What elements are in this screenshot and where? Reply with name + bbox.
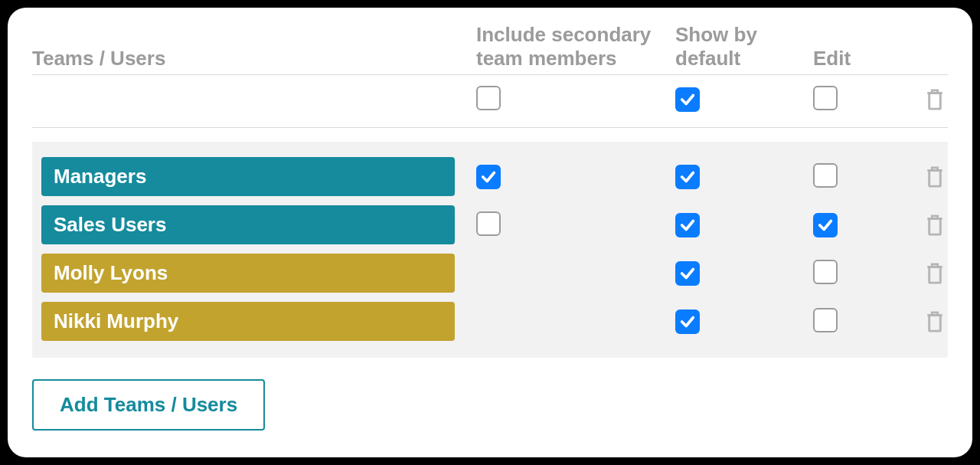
user-chip: Nikki Murphy (41, 302, 455, 341)
table-row: Nikki Murphy (32, 297, 948, 345)
header-show-default: Show by default (675, 23, 813, 70)
header-edit: Edit (813, 47, 905, 70)
table-row: Managers (32, 152, 948, 201)
table-header-row: Teams / Users Include secondary team mem… (32, 23, 948, 75)
all-edit-checkbox[interactable] (813, 86, 838, 110)
svg-rect-0 (929, 93, 941, 110)
row-show-default-checkbox[interactable] (675, 165, 700, 189)
table-body: ManagersSales UsersMolly LyonsNikki Murp… (32, 142, 948, 358)
row-show-default-checkbox[interactable] (675, 309, 700, 334)
row-include-secondary-checkbox[interactable] (476, 211, 501, 236)
row-edit-checkbox[interactable] (813, 308, 838, 332)
delete-icon[interactable] (923, 309, 946, 335)
row-show-default-checkbox[interactable] (675, 261, 700, 286)
svg-rect-1 (929, 170, 941, 186)
all-delete-icon[interactable] (923, 87, 946, 113)
delete-icon[interactable] (923, 164, 946, 190)
delete-icon[interactable] (923, 212, 946, 238)
delete-icon[interactable] (923, 260, 946, 287)
user-chip: Molly Lyons (41, 254, 455, 293)
teams-users-table: Teams / Users Include secondary team mem… (32, 23, 948, 358)
svg-rect-2 (929, 218, 941, 234)
row-edit-checkbox[interactable] (813, 260, 838, 284)
all-include-secondary-checkbox[interactable] (476, 86, 501, 110)
row-edit-checkbox[interactable] (813, 213, 838, 237)
table-row: Molly Lyons (32, 249, 948, 297)
all-show-default-checkbox[interactable] (675, 87, 700, 112)
row-show-default-checkbox[interactable] (675, 213, 700, 237)
header-include-secondary: Include secondary team members (476, 23, 675, 70)
team-chip: Managers (41, 157, 455, 196)
row-edit-checkbox[interactable] (813, 163, 838, 188)
teams-users-panel: Teams / Users Include secondary team mem… (8, 8, 972, 457)
svg-rect-3 (929, 267, 941, 283)
header-teams-users: Teams / Users (32, 47, 476, 70)
table-row: Sales Users (32, 201, 948, 249)
all-row (32, 75, 948, 128)
svg-rect-4 (929, 315, 941, 331)
team-chip: Sales Users (41, 205, 455, 244)
row-include-secondary-checkbox[interactable] (476, 165, 501, 189)
add-teams-users-button[interactable]: Add Teams / Users (32, 379, 265, 431)
